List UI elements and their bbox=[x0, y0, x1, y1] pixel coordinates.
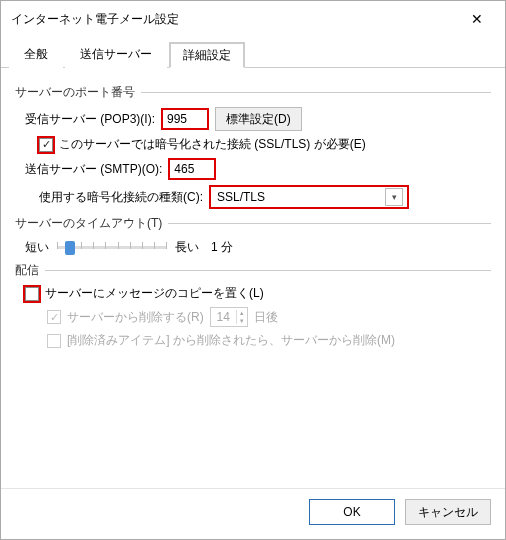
dialog-window: インターネット電子メール設定 ✕ 全般 送信サーバー 詳細設定 サーバーのポート… bbox=[0, 0, 506, 540]
row-pop3-ssl: このサーバーでは暗号化された接続 (SSL/TLS) が必要(E) bbox=[39, 136, 491, 153]
smtp-label: 送信サーバー (SMTP)(O): bbox=[25, 161, 162, 178]
row-remove-deleted: [削除済みアイテム] から削除されたら、サーバーから削除(M) bbox=[47, 332, 491, 349]
group-delivery-label: 配信 bbox=[15, 262, 39, 279]
timeout-slider[interactable] bbox=[57, 238, 167, 256]
tabstrip: 全般 送信サーバー 詳細設定 bbox=[1, 39, 505, 68]
group-server-timeout-label: サーバーのタイムアウト(T) bbox=[15, 215, 162, 232]
timeout-short-label: 短い bbox=[25, 239, 49, 256]
cancel-button[interactable]: キャンセル bbox=[405, 499, 491, 525]
tab-general[interactable]: 全般 bbox=[9, 40, 63, 68]
tab-outgoing-server[interactable]: 送信サーバー bbox=[65, 40, 167, 68]
remove-after-label: サーバーから削除する(R) bbox=[67, 309, 204, 326]
row-remove-after: サーバーから削除する(R) 14 ▲▼ 日後 bbox=[47, 307, 491, 327]
leave-copy-label: サーバーにメッセージのコピーを置く(L) bbox=[45, 285, 264, 302]
row-leave-copy: サーバーにメッセージのコピーを置く(L) bbox=[25, 285, 491, 302]
titlebar: インターネット電子メール設定 ✕ bbox=[1, 1, 505, 35]
pop3-port-input[interactable] bbox=[161, 108, 209, 130]
encryption-type-label: 使用する暗号化接続の種類(C): bbox=[39, 189, 203, 206]
ok-button[interactable]: OK bbox=[309, 499, 395, 525]
group-server-timeout: サーバーのタイムアウト(T) bbox=[15, 215, 491, 232]
remove-deleted-checkbox bbox=[47, 334, 61, 348]
slider-thumb[interactable] bbox=[65, 241, 75, 255]
remove-after-checkbox bbox=[47, 310, 61, 324]
group-delivery: 配信 bbox=[15, 262, 491, 279]
row-smtp: 送信サーバー (SMTP)(O): bbox=[25, 158, 491, 180]
smtp-port-input[interactable] bbox=[168, 158, 216, 180]
window-title: インターネット電子メール設定 bbox=[11, 11, 179, 28]
encryption-type-dropdown[interactable]: SSL/TLS ▾ bbox=[209, 185, 409, 209]
default-settings-button[interactable]: 標準設定(D) bbox=[215, 107, 302, 131]
days-suffix-label: 日後 bbox=[254, 309, 278, 326]
pop3-label: 受信サーバー (POP3)(I): bbox=[25, 111, 155, 128]
encryption-type-value: SSL/TLS bbox=[217, 190, 265, 204]
chevron-down-icon: ▾ bbox=[385, 188, 403, 206]
tab-advanced[interactable]: 詳細設定 bbox=[169, 42, 245, 68]
group-server-ports: サーバーのポート番号 bbox=[15, 84, 491, 101]
close-button[interactable]: ✕ bbox=[457, 7, 497, 31]
stepper-arrows: ▲▼ bbox=[237, 309, 247, 325]
group-server-ports-label: サーバーのポート番号 bbox=[15, 84, 135, 101]
ssl-required-checkbox[interactable] bbox=[39, 138, 53, 152]
ssl-required-label: このサーバーでは暗号化された接続 (SSL/TLS) が必要(E) bbox=[59, 136, 366, 153]
remove-after-days-stepper: 14 ▲▼ bbox=[210, 307, 248, 327]
remove-after-days-value: 14 bbox=[211, 310, 237, 324]
timeout-long-label: 長い bbox=[175, 239, 199, 256]
remove-deleted-label: [削除済みアイテム] から削除されたら、サーバーから削除(M) bbox=[67, 332, 395, 349]
tab-content-advanced: サーバーのポート番号 受信サーバー (POP3)(I): 標準設定(D) このサ… bbox=[1, 68, 505, 488]
row-smtp-encryption: 使用する暗号化接続の種類(C): SSL/TLS ▾ bbox=[39, 185, 491, 209]
close-icon: ✕ bbox=[471, 11, 483, 27]
dialog-buttons: OK キャンセル bbox=[1, 488, 505, 539]
leave-copy-checkbox[interactable] bbox=[25, 287, 39, 301]
row-pop3: 受信サーバー (POP3)(I): 標準設定(D) bbox=[25, 107, 491, 131]
row-timeout: 短い 長い 1 分 bbox=[25, 238, 491, 256]
timeout-value-label: 1 分 bbox=[211, 239, 233, 256]
